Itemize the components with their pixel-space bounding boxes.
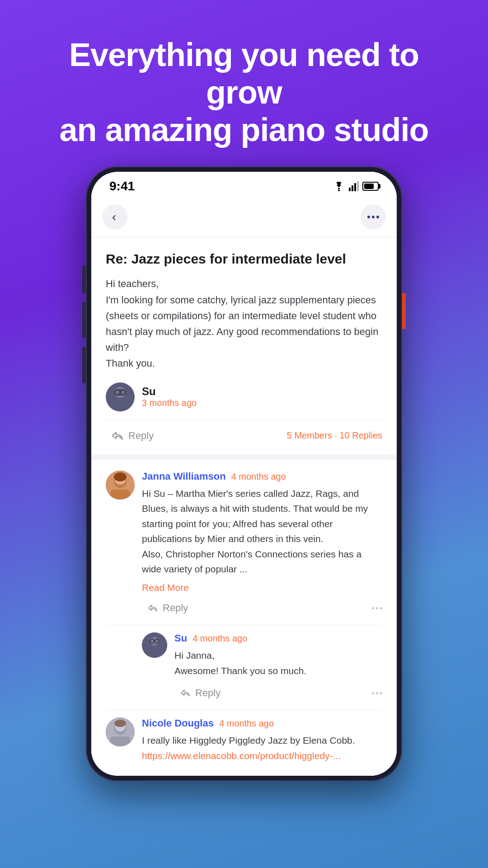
author-info: Su 3 months ago xyxy=(142,385,197,408)
comment-footer: Reply xyxy=(174,684,382,703)
avatar xyxy=(106,382,135,411)
battery-icon xyxy=(362,182,379,191)
nested-comment: Su 4 months ago Hi Janna,Awesome! Thank … xyxy=(142,632,382,703)
comment: Janna Williamson 4 months ago Hi Su – Ma… xyxy=(106,471,382,618)
reply-label: Reply xyxy=(128,430,154,442)
power-button xyxy=(402,293,406,329)
dot-icon xyxy=(372,692,374,694)
reply-icon xyxy=(180,689,191,698)
reply-label: Reply xyxy=(195,687,221,699)
more-options-button[interactable] xyxy=(361,204,386,230)
section-divider xyxy=(91,454,397,460)
svg-point-26 xyxy=(114,720,126,727)
dot-icon xyxy=(376,692,378,694)
volume-button-2 xyxy=(82,302,86,338)
comment-content: Su 4 months ago Hi Janna,Awesome! Thank … xyxy=(174,632,382,703)
volume-button-1 xyxy=(82,266,86,293)
chevron-left-icon: ‹ xyxy=(112,210,116,224)
comment: Su 4 months ago Hi Janna,Awesome! Thank … xyxy=(142,632,382,703)
phone-body: 9:41 xyxy=(86,166,402,781)
svg-rect-4 xyxy=(357,181,359,191)
post-section: Re: Jazz pieces for intermediate level H… xyxy=(91,237,397,454)
post-reply-button[interactable]: Reply xyxy=(106,426,159,445)
hero-title: Everything you need to grow an amazing p… xyxy=(27,36,461,148)
comment-footer: Reply xyxy=(142,599,382,618)
comment-header: Su 4 months ago xyxy=(174,632,382,644)
read-more-button[interactable]: Read More xyxy=(142,582,382,593)
svg-rect-3 xyxy=(354,183,356,191)
divider xyxy=(106,625,382,625)
comment-time: 4 months ago xyxy=(231,472,286,482)
svg-point-15 xyxy=(114,472,127,481)
dot-icon xyxy=(376,607,378,609)
svg-rect-1 xyxy=(349,188,351,191)
dot-icon xyxy=(372,607,374,609)
comment: Nicole Douglas 4 months ago I really lik… xyxy=(106,717,382,769)
comment-body: Hi Janna,Awesome! Thank you so much. xyxy=(174,648,382,678)
more-options-button[interactable] xyxy=(372,692,382,694)
post-footer: Reply 5 Members · 10 Replies xyxy=(106,420,382,445)
dot-icon xyxy=(372,216,375,218)
phone-screen: 9:41 xyxy=(91,172,397,776)
svg-point-0 xyxy=(338,189,340,191)
post-time: 3 months ago xyxy=(142,398,197,408)
content-area: Re: Jazz pieces for intermediate level H… xyxy=(91,237,397,776)
dot-icon xyxy=(380,692,382,694)
avatar xyxy=(142,632,167,658)
comment-section: Janna Williamson 4 months ago Hi Su – Ma… xyxy=(91,460,397,776)
status-bar: 9:41 xyxy=(91,172,397,197)
reply-icon xyxy=(111,430,124,441)
divider xyxy=(106,710,382,710)
more-options-button[interactable] xyxy=(372,607,382,609)
volume-button-3 xyxy=(82,347,86,383)
nested-reply-button[interactable]: Reply xyxy=(174,684,226,703)
dot-icon xyxy=(376,216,379,218)
dot-icon xyxy=(367,216,370,218)
comment-content: Janna Williamson 4 months ago Hi Su – Ma… xyxy=(142,471,382,618)
avatar xyxy=(106,471,135,500)
post-body: Hi teachers,I'm looking for some catchy,… xyxy=(106,276,382,371)
comment-author: Janna Williamson xyxy=(142,471,226,482)
svg-rect-2 xyxy=(352,185,353,191)
comment-time: 4 months ago xyxy=(192,633,247,644)
status-icons xyxy=(333,181,379,191)
comment-header: Janna Williamson 4 months ago xyxy=(142,471,382,482)
svg-rect-14 xyxy=(110,490,130,500)
comment-time: 4 months ago xyxy=(219,718,274,729)
svg-rect-19 xyxy=(147,647,163,658)
wifi-icon xyxy=(333,181,345,191)
comment-body: Hi Su – Martha Mier's series called Jazz… xyxy=(142,486,382,577)
signal-icon xyxy=(349,181,359,191)
comment-content: Nicole Douglas 4 months ago I really lik… xyxy=(142,717,382,769)
post-stats: 5 Members · 10 Replies xyxy=(287,430,382,441)
back-button[interactable]: ‹ xyxy=(102,204,127,230)
status-time: 9:41 xyxy=(109,179,135,193)
svg-rect-25 xyxy=(110,736,130,746)
svg-rect-7 xyxy=(111,400,129,411)
nav-bar: ‹ xyxy=(91,197,397,237)
comment-body: I really like Higgledy Piggledy Jazz by … xyxy=(142,733,382,763)
phone-mockup: 9:41 xyxy=(81,166,407,868)
author-name: Su xyxy=(142,385,197,398)
comment-reply-button[interactable]: Reply xyxy=(142,599,193,618)
reply-label: Reply xyxy=(163,602,188,614)
reply-icon xyxy=(147,604,158,613)
comment-author: Nicole Douglas xyxy=(142,717,214,729)
hero-section: Everything you need to grow an amazing p… xyxy=(0,0,488,166)
post-author: Su 3 months ago xyxy=(106,382,382,411)
avatar xyxy=(106,717,135,746)
comment-author: Su xyxy=(174,632,187,644)
dot-icon xyxy=(380,607,382,609)
post-title: Re: Jazz pieces for intermediate level xyxy=(106,250,382,268)
comment-header: Nicole Douglas 4 months ago xyxy=(142,717,382,729)
